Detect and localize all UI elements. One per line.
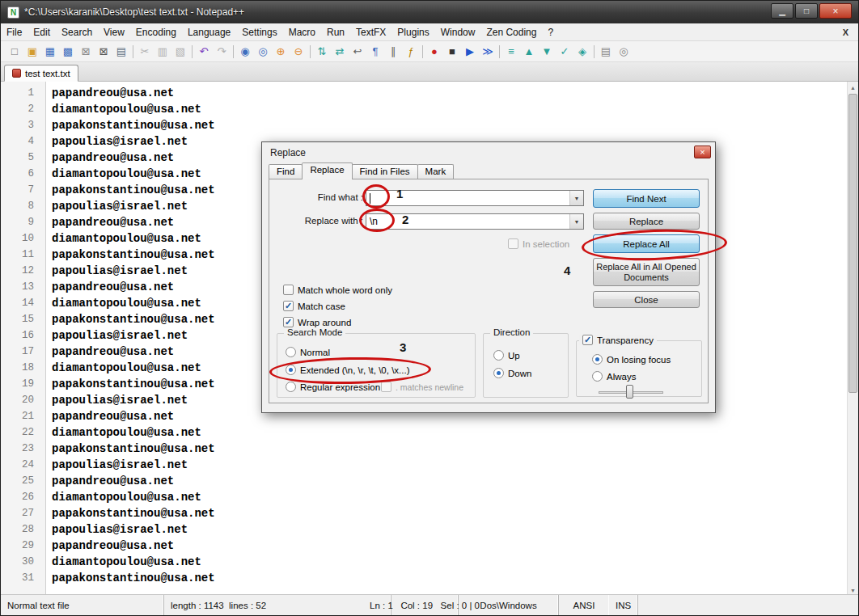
slider-thumb[interactable] xyxy=(626,385,633,399)
code-line[interactable]: papakonstantinou@usa.net xyxy=(47,117,847,133)
minimize-button[interactable]: ▁ xyxy=(771,3,793,19)
menu-item[interactable]: Run xyxy=(321,24,350,40)
paste-icon[interactable]: ▧ xyxy=(172,44,188,60)
code-line[interactable]: papoulias@israel.net xyxy=(47,457,847,473)
macro-stop-icon[interactable]: ■ xyxy=(444,44,460,60)
menu-item[interactable]: Settings xyxy=(236,24,282,40)
regex-radio[interactable]: Regular expression xyxy=(286,382,380,392)
matches-newline-checkbox[interactable]: . matches newline xyxy=(381,382,463,392)
find-what-input[interactable]: ▼ xyxy=(366,190,584,206)
separator[interactable] xyxy=(497,44,502,60)
match-case-checkbox[interactable]: ✓ Match case xyxy=(283,301,345,311)
code-line[interactable]: papakonstantinou@usa.net xyxy=(47,570,847,586)
transparency-slider[interactable] xyxy=(599,385,663,399)
scroll-up-arrow-icon[interactable]: ▲ xyxy=(848,82,858,93)
zen-coding-icon[interactable]: ◈ xyxy=(574,44,590,60)
undo-icon[interactable]: ↶ xyxy=(196,44,212,60)
sort-ascending-icon[interactable]: ▲ xyxy=(521,44,537,60)
macro-run-multiple-icon[interactable]: ≫ xyxy=(480,44,496,60)
always-radio[interactable]: Always xyxy=(592,371,636,382)
menu-item[interactable]: File xyxy=(1,24,28,40)
menu-item[interactable]: Edit xyxy=(28,24,56,40)
replace-all-button[interactable]: Replace All xyxy=(593,234,700,253)
indent-guide-icon[interactable]: ∥ xyxy=(385,44,401,60)
tab-test-text-txt[interactable]: test text.txt xyxy=(4,65,78,82)
code-line[interactable]: diamantopoulou@usa.net xyxy=(47,101,847,117)
close-document-x[interactable]: X xyxy=(843,27,858,37)
doc-monitor-icon[interactable]: ◎ xyxy=(616,44,632,60)
code-line[interactable]: papandreou@usa.net xyxy=(47,85,847,101)
word-wrap-icon[interactable]: ↩ xyxy=(349,44,366,60)
separator[interactable] xyxy=(591,44,597,60)
separator[interactable] xyxy=(307,44,313,60)
menu-item[interactable]: Zen Coding xyxy=(480,24,542,40)
menu-item[interactable]: Encoding xyxy=(130,24,182,40)
close-dialog-button[interactable]: Close xyxy=(593,291,700,308)
separator[interactable] xyxy=(420,44,425,60)
replace-with-input[interactable]: \n ▼ xyxy=(366,213,584,230)
checklist-icon[interactable]: ✓ xyxy=(556,44,573,60)
show-all-chars-icon[interactable]: ¶ xyxy=(367,44,383,60)
separator[interactable] xyxy=(189,44,195,60)
code-line[interactable]: diamantopoulou@usa.net xyxy=(47,424,847,441)
save-all-icon[interactable]: ▩ xyxy=(60,44,76,60)
save-icon[interactable]: ▦ xyxy=(42,44,58,60)
vertical-scrollbar[interactable]: ▲ ▼ xyxy=(847,82,858,596)
replace-icon[interactable]: ◎ xyxy=(255,44,271,60)
code-line[interactable]: papandreou@usa.net xyxy=(47,538,847,554)
sync-vertical-icon[interactable]: ⇅ xyxy=(314,44,330,60)
in-selection-checkbox[interactable]: In selection xyxy=(508,238,569,249)
menu-item[interactable]: Search xyxy=(56,24,98,40)
menu-item[interactable]: View xyxy=(98,24,130,40)
function-list-icon[interactable]: ƒ xyxy=(403,44,419,60)
extended-radio[interactable]: Extended (\n, \r, \t, \0, \x...) xyxy=(286,365,410,375)
maximize-button[interactable]: □ xyxy=(795,3,818,19)
code-line[interactable]: diamantopoulou@usa.net xyxy=(47,489,847,505)
dialog-tab[interactable]: Replace xyxy=(302,162,352,179)
transparency-checkbox[interactable]: ✓ Transparency xyxy=(579,335,657,345)
normal-radio[interactable]: Normal xyxy=(286,347,330,357)
sort-descending-icon[interactable]: ▼ xyxy=(539,44,555,60)
code-line[interactable]: diamantopoulou@usa.net xyxy=(47,554,847,570)
close-all-icon[interactable]: ⊠ xyxy=(95,44,112,60)
dialog-tab[interactable]: Mark xyxy=(417,164,455,179)
cut-icon[interactable]: ✂ xyxy=(137,44,153,60)
replace-button[interactable]: Replace xyxy=(593,213,700,230)
direction-up-radio[interactable]: Up xyxy=(493,350,520,361)
menu-item[interactable]: Plugins xyxy=(391,24,434,40)
menu-item[interactable]: Language xyxy=(182,24,236,40)
scrollbar-thumb[interactable] xyxy=(848,94,857,393)
doc-switcher-icon[interactable]: ▤ xyxy=(598,44,614,60)
direction-down-radio[interactable]: Down xyxy=(493,368,531,378)
sync-horizontal-icon[interactable]: ⇄ xyxy=(332,44,348,60)
code-line[interactable]: papakonstantinou@usa.net xyxy=(47,505,847,521)
replace-all-open-docs-button[interactable]: Replace All in All Opened Documents xyxy=(593,258,700,286)
close-file-icon[interactable]: ⊠ xyxy=(78,44,94,60)
menu-item[interactable]: ? xyxy=(542,24,559,40)
zoom-in-icon[interactable]: ⊕ xyxy=(273,44,289,60)
replace-dropdown-arrow-icon[interactable]: ▼ xyxy=(569,214,583,229)
code-line[interactable]: papakonstantinou@usa.net xyxy=(47,441,847,457)
macro-play-icon[interactable]: ▶ xyxy=(462,44,478,60)
close-button[interactable]: × xyxy=(819,3,852,19)
macro-record-icon[interactable]: ● xyxy=(426,44,442,60)
dialog-close-button[interactable]: × xyxy=(694,146,711,158)
match-whole-word-checkbox[interactable]: Match whole word only xyxy=(283,285,392,295)
find-icon[interactable]: ◉ xyxy=(237,44,253,60)
wrap-around-checkbox[interactable]: ✓ Wrap around xyxy=(283,317,351,327)
dialog-tab[interactable]: Find in Files xyxy=(352,164,418,179)
copy-icon[interactable]: ▥ xyxy=(154,44,171,60)
on-losing-focus-radio[interactable]: On losing focus xyxy=(592,354,671,365)
zoom-out-icon[interactable]: ⊖ xyxy=(290,44,307,60)
new-file-icon[interactable]: □ xyxy=(6,44,23,60)
redo-icon[interactable]: ↷ xyxy=(214,44,230,60)
code-line[interactable]: papoulias@israel.net xyxy=(47,521,847,538)
menu-item[interactable]: Window xyxy=(435,24,481,40)
open-folder-icon[interactable]: ▣ xyxy=(24,44,40,60)
separator[interactable] xyxy=(231,44,236,60)
find-next-button[interactable]: Find Next xyxy=(593,189,700,208)
code-line[interactable]: papandreou@usa.net xyxy=(47,473,847,489)
find-dropdown-arrow-icon[interactable]: ▼ xyxy=(569,191,583,205)
print-icon[interactable]: ▤ xyxy=(113,44,129,60)
dialog-tab[interactable]: Find xyxy=(269,164,303,179)
